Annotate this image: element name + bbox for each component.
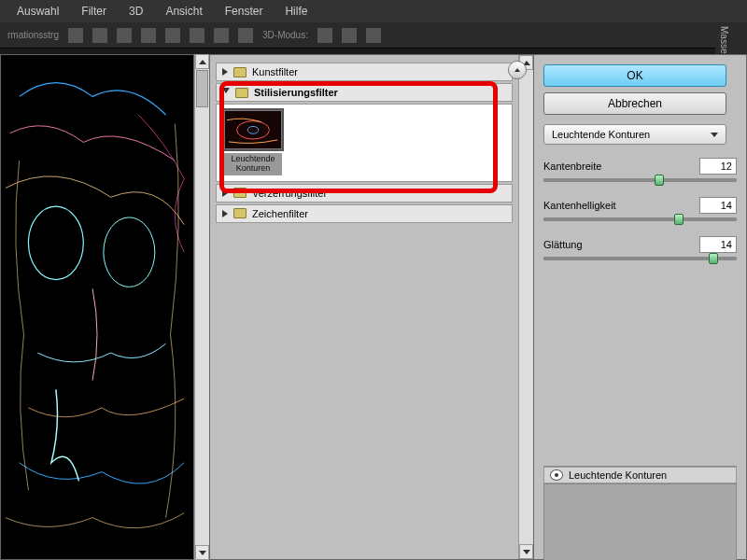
toolbar-icon[interactable]: [342, 28, 357, 43]
filter-thumbnail-image: [224, 110, 282, 149]
slider-knob[interactable]: [655, 175, 664, 186]
filter-category-panel: Kunstfilter Stilisierungsfilter Leuchten…: [209, 54, 747, 560]
preview-scrollbar[interactable]: [194, 54, 209, 560]
param-glaettung: Glättung: [543, 236, 737, 260]
filter-controls-panel: OK Abbrechen Leuchtende Konturen Kantenb…: [533, 55, 746, 559]
options-left-label: rmationsstrg: [7, 30, 59, 40]
param-label: Glättung: [543, 239, 583, 250]
collapse-button[interactable]: [508, 61, 527, 79]
cancel-button-label: Abbrechen: [608, 97, 662, 110]
effect-stack-label: Leuchtende Konturen: [569, 469, 667, 481]
slider-glaettung[interactable]: [543, 257, 737, 260]
param-input-glaettung[interactable]: [699, 236, 737, 253]
ok-button[interactable]: OK: [543, 64, 726, 87]
toolbar-icon[interactable]: [117, 28, 132, 43]
disclosure-triangle-icon: [222, 189, 228, 197]
filter-thumb-leuchtende-konturen[interactable]: Leuchtende Konturen: [222, 110, 284, 175]
menu-bar: Auswahl Filter 3D Ansicht Fenster Hilfe: [0, 0, 747, 22]
menu-fenster[interactable]: Fenster: [216, 3, 273, 20]
toolbar-icon[interactable]: [68, 28, 83, 43]
svg-rect-0: [1, 60, 193, 554]
scroll-up-button[interactable]: [195, 54, 209, 69]
scroll-track[interactable]: [195, 69, 209, 545]
param-kantenhelligkeit: Kantenhelligkeit: [543, 197, 737, 221]
filter-gallery-dialog: Kunstfilter Stilisierungsfilter Leuchten…: [0, 54, 747, 560]
filter-group-label: Stilisierungsfilter: [254, 87, 338, 98]
param-label: Kantenhelligkeit: [543, 200, 616, 211]
options-bar: rmationsstrg 3D-Modus:: [0, 22, 747, 49]
filter-group-stilisierung[interactable]: Stilisierungsfilter: [216, 83, 513, 102]
menu-ansicht[interactable]: Ansicht: [156, 3, 211, 20]
toolbar-icon[interactable]: [317, 28, 332, 43]
effect-stack: Leuchtende Konturen: [543, 466, 737, 560]
disclosure-triangle-icon: [222, 210, 228, 217]
folder-icon: [233, 208, 247, 218]
scroll-down-button[interactable]: [519, 544, 533, 559]
menu-hilfe[interactable]: Hilfe: [275, 3, 317, 20]
menu-3d[interactable]: 3D: [120, 3, 152, 20]
toolbar-icon[interactable]: [366, 28, 381, 43]
filter-group-kunstfilter[interactable]: Kunstfilter: [216, 63, 513, 81]
param-label: Kantenbreite: [543, 161, 601, 172]
filter-thumbnail-label: Leuchtende Konturen: [224, 153, 282, 175]
disclosure-triangle-open-icon: [222, 88, 230, 97]
filter-list: Kunstfilter Stilisierungsfilter Leuchten…: [210, 55, 518, 559]
slider-kantenbreite[interactable]: [543, 178, 737, 182]
scroll-thumb[interactable]: [196, 70, 208, 107]
slider-knob[interactable]: [674, 214, 684, 225]
filter-group-zeichen[interactable]: Zeichenfilter: [216, 204, 513, 223]
effect-stack-item[interactable]: Leuchtende Konturen: [543, 467, 737, 483]
folder-icon: [235, 88, 248, 98]
filter-group-label: Verzerrungsfilter: [252, 188, 327, 199]
slider-kantenhelligkeit[interactable]: [543, 217, 737, 221]
filter-select-dropdown[interactable]: Leuchtende Konturen: [543, 124, 726, 145]
visibility-eye-icon[interactable]: [550, 469, 563, 481]
filter-group-verzerrung[interactable]: Verzerrungsfilter: [216, 184, 513, 203]
effect-stack-body: [543, 483, 737, 560]
toolbar-icon[interactable]: [141, 28, 156, 43]
folder-icon: [233, 67, 247, 77]
filter-group-label: Kunstfilter: [252, 66, 298, 77]
ok-button-label: OK: [627, 69, 642, 82]
toolbar-icon[interactable]: [238, 28, 253, 43]
dropdown-value: Leuchtende Konturen: [552, 129, 650, 140]
filterlist-scrollbar[interactable]: [518, 55, 533, 559]
preview-pane[interactable]: [0, 54, 194, 560]
disclosure-triangle-icon: [222, 68, 228, 76]
toolbar-icon[interactable]: [214, 28, 229, 43]
toolbar-icon[interactable]: [92, 28, 107, 43]
chevron-up-icon: [514, 68, 520, 72]
folder-icon: [233, 188, 247, 198]
toolbar-icon[interactable]: [165, 28, 180, 43]
menu-filter[interactable]: Filter: [72, 3, 116, 20]
options-mode-label: 3D-Modus:: [262, 30, 308, 40]
toolbar-icon[interactable]: [190, 28, 204, 43]
param-input-kantenhelligkeit[interactable]: [699, 197, 737, 214]
slider-knob[interactable]: [709, 253, 718, 264]
param-input-kantenbreite[interactable]: [699, 158, 737, 175]
menu-auswahl[interactable]: Auswahl: [7, 3, 68, 20]
cancel-button[interactable]: Abbrechen: [543, 92, 726, 115]
param-kantenbreite: Kantenbreite: [543, 158, 737, 182]
scroll-track[interactable]: [519, 70, 533, 544]
filter-group-expanded: Leuchtende Konturen: [216, 104, 513, 182]
scroll-down-button[interactable]: [195, 545, 209, 560]
filter-group-label: Zeichenfilter: [252, 208, 308, 219]
dropdown-arrow-icon: [711, 133, 718, 137]
